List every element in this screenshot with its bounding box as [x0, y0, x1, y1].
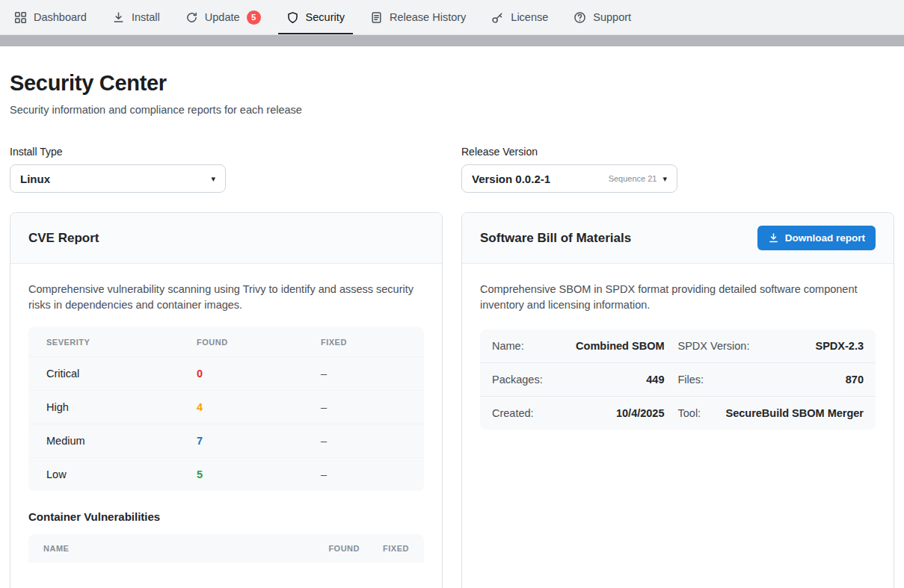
fixed-count: – [321, 401, 406, 413]
detail-value: SPDX-2.3 [816, 340, 864, 352]
table-row: Name: Combined SBOM SPDX Version: SPDX-2… [480, 329, 876, 362]
detail-label: Tool: [678, 407, 701, 419]
container-vulnerabilities-heading: Container Vulnerabilities [28, 510, 424, 523]
found-count: 0 [197, 368, 321, 380]
severity-table: SEVERITY FOUND FIXED Critical 0 – High 4… [28, 327, 424, 491]
fixed-count: – [321, 368, 406, 380]
nav-label: Update [205, 11, 240, 23]
dashboard-icon [14, 11, 27, 24]
sbom-card: Software Bill of Materials Download repo… [461, 212, 894, 588]
chevron-down-icon: ▾ [211, 174, 215, 184]
update-icon [185, 11, 198, 24]
scroll-strip[interactable] [0, 35, 904, 46]
download-report-button[interactable]: Download report [757, 226, 876, 250]
chevron-down-icon: ▾ [662, 174, 667, 184]
install-type-select[interactable]: Linux ▾ [10, 164, 226, 193]
fixed-col-header: FIXED [360, 544, 409, 553]
nav-item-release-history[interactable]: Release History [357, 0, 479, 34]
found-count: 4 [197, 401, 321, 413]
detail-cell-spdx-version: SPDX Version: SPDX-2.3 [678, 340, 864, 352]
detail-value: 449 [646, 374, 664, 386]
found-col-header: FOUND [197, 338, 321, 347]
container-vulnerabilities-table-header: NAME FOUND FIXED [28, 534, 424, 563]
nav-item-install[interactable]: Install [99, 0, 173, 34]
detail-value: SecureBuild SBOM Merger [725, 407, 864, 419]
release-version-select[interactable]: Version 0.0.2-1 Sequence 21 ▾ [461, 164, 677, 193]
severity-col-header: SEVERITY [46, 338, 197, 347]
fixed-count: – [321, 468, 406, 480]
release-version-sequence: Sequence 21 [609, 174, 657, 183]
severity-table-header: SEVERITY FOUND FIXED [28, 327, 424, 356]
detail-label: Name: [492, 340, 524, 352]
fixed-col-header: FIXED [321, 338, 406, 347]
release-version-filter: Release Version Version 0.0.2-1 Sequence… [461, 146, 894, 193]
severity-name: Low [46, 468, 197, 480]
install-icon [112, 11, 125, 24]
nav-label: License [511, 11, 548, 23]
found-count: 7 [197, 435, 321, 447]
release-version-value: Version 0.0.2-1 [472, 173, 603, 185]
cve-report-title: CVE Report [28, 231, 99, 246]
nav-label: Support [593, 11, 631, 23]
table-row-low: Low 5 – [28, 457, 424, 491]
detail-cell-created: Created: 10/4/2025 [492, 407, 678, 419]
page-title: Security Center [10, 71, 894, 96]
nav-item-dashboard[interactable]: Dashboard [1, 0, 99, 34]
report-cards: CVE Report Comprehensive vulnerability s… [10, 212, 894, 588]
nav-label: Install [132, 11, 160, 23]
sbom-details-table: Name: Combined SBOM SPDX Version: SPDX-2… [480, 329, 876, 430]
install-type-label: Install Type [10, 146, 443, 158]
detail-cell-name: Name: Combined SBOM [492, 340, 678, 352]
release-version-label: Release Version [461, 146, 894, 158]
top-nav: Dashboard Install Update 5 Security [0, 0, 904, 35]
security-shield-icon [286, 11, 299, 24]
severity-name: High [46, 401, 197, 413]
cve-report-card: CVE Report Comprehensive vulnerability s… [10, 212, 443, 588]
found-count: 5 [197, 468, 321, 480]
cve-report-header: CVE Report [10, 213, 442, 264]
detail-value: Combined SBOM [576, 340, 664, 352]
page-subtitle: Security information and compliance repo… [10, 104, 894, 116]
table-row-critical: Critical 0 – [28, 356, 424, 390]
detail-value: 870 [846, 374, 864, 386]
sbom-title: Software Bill of Materials [480, 231, 631, 246]
severity-name: Medium [46, 435, 197, 447]
table-row-medium: Medium 7 – [28, 424, 424, 457]
table-row-high: High 4 – [28, 390, 424, 424]
name-col-header: NAME [43, 544, 292, 553]
detail-cell-files: Files: 870 [678, 374, 864, 386]
nav-label: Security [306, 11, 345, 23]
nav-label: Dashboard [34, 11, 87, 23]
table-row: Created: 10/4/2025 Tool: SecureBuild SBO… [480, 396, 876, 430]
nav-item-update[interactable]: Update 5 [173, 0, 274, 34]
nav-label: Release History [390, 11, 466, 23]
cve-report-body: Comprehensive vulnerability scanning usi… [10, 264, 442, 581]
download-icon [768, 232, 779, 244]
update-count-badge: 5 [247, 10, 261, 25]
sbom-description: Comprehensive SBOM in SPDX format provid… [480, 282, 876, 313]
detail-label: Packages: [492, 374, 543, 386]
support-icon [574, 11, 586, 24]
sbom-header: Software Bill of Materials Download repo… [462, 213, 894, 264]
install-type-filter: Install Type Linux ▾ [10, 146, 443, 193]
sbom-body: Comprehensive SBOM in SPDX format provid… [462, 264, 894, 448]
nav-item-support[interactable]: Support [561, 0, 644, 34]
release-history-icon [370, 11, 383, 24]
download-report-label: Download report [785, 232, 865, 244]
nav-item-security[interactable]: Security [274, 0, 357, 34]
fixed-count: – [321, 435, 406, 447]
detail-label: Created: [492, 407, 534, 419]
license-key-icon [491, 11, 504, 24]
detail-value: 10/4/2025 [616, 407, 665, 419]
filters-row: Install Type Linux ▾ Release Version Ver… [10, 146, 894, 193]
install-type-value: Linux [20, 173, 205, 185]
table-row: Packages: 449 Files: 870 [480, 362, 876, 396]
detail-cell-packages: Packages: 449 [492, 374, 678, 386]
nav-item-license[interactable]: License [479, 0, 561, 34]
detail-label: SPDX Version: [678, 340, 750, 352]
security-center-page: Security Center Security information and… [0, 71, 904, 588]
detail-label: Files: [678, 374, 704, 386]
detail-cell-tool: Tool: SecureBuild SBOM Merger [678, 407, 864, 419]
cve-report-description: Comprehensive vulnerability scanning usi… [28, 282, 424, 313]
severity-name: Critical [46, 368, 197, 380]
